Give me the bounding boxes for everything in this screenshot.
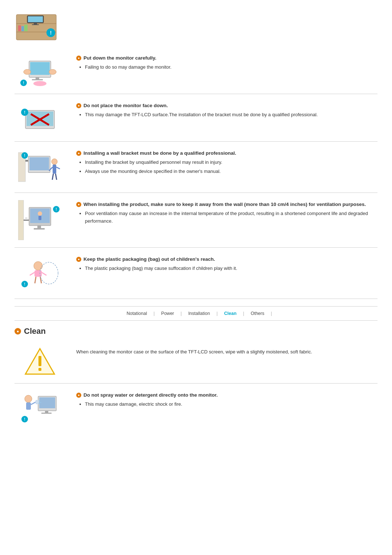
svg-rect-6 — [32, 24, 39, 25]
illustration-ventilation: ! ↔ — [15, 200, 65, 240]
svg-text:!: ! — [24, 282, 25, 286]
svg-point-71 — [38, 400, 40, 402]
svg-rect-32 — [53, 165, 56, 174]
svg-line-55 — [35, 277, 36, 283]
svg-text:!: ! — [50, 30, 52, 36]
illustration-put-down: ! — [15, 54, 65, 86]
svg-point-20 — [33, 81, 46, 86]
wall-bracket-svg: ! — [18, 149, 62, 185]
bullets-no-spray: This may cause damage, electric shock or… — [76, 401, 377, 408]
illustration-clean-intro — [15, 347, 65, 376]
svg-point-67 — [25, 395, 32, 402]
warning-triangle-svg — [24, 347, 56, 376]
bullets-face-down: This may damage the TFT-LCD surface.The … — [76, 111, 377, 119]
svg-point-31 — [52, 159, 57, 165]
svg-rect-28 — [25, 160, 28, 162]
section-put-down: ! ● Put down the monitor carefully. Fail… — [15, 46, 377, 94]
svg-line-35 — [52, 174, 53, 180]
nav-clean[interactable]: Clean — [218, 311, 243, 316]
svg-line-54 — [42, 272, 46, 275]
svg-point-17 — [49, 69, 56, 74]
section-wall-bracket: ! ● Installing a wall bracket must be do… — [15, 142, 377, 193]
svg-text:↔: ↔ — [25, 216, 28, 220]
ventilation-svg: ! ↔ — [18, 200, 62, 240]
face-down-svg: ! — [18, 101, 62, 134]
svg-rect-9 — [18, 25, 21, 31]
section-face-down: ! ● Do not place the monitor face down. … — [15, 94, 377, 142]
section-clean-intro: When cleaning the monitor case or the su… — [15, 340, 377, 384]
svg-point-72 — [40, 402, 41, 403]
section-ventilation: ! ↔ ● When installing the product, make … — [15, 193, 377, 248]
svg-point-51 — [34, 262, 42, 270]
svg-rect-68 — [26, 402, 31, 410]
title-wall-bracket: ● Installing a wall bracket must be done… — [76, 150, 377, 156]
content-no-spray: ● Do not spray water or detergent direct… — [76, 391, 377, 410]
content-wall-bracket: ● Installing a wall bracket must be done… — [76, 149, 377, 177]
caution-dot-no-spray: ● — [76, 393, 81, 398]
svg-rect-66 — [41, 413, 52, 414]
svg-rect-45 — [34, 228, 45, 230]
content-packaging: ● Keep the plastic packaging (bag) out o… — [76, 255, 377, 274]
clean-section-header: ● Clean — [15, 327, 377, 336]
packaging-svg: ! — [18, 255, 62, 291]
svg-rect-30 — [29, 157, 49, 170]
title-packaging: ● Keep the plastic packaging (bag) out o… — [76, 256, 377, 262]
section-packaging: ! ● Keep the plastic packaging (bag) out… — [15, 248, 377, 299]
caution-dot-put-down: ● — [76, 56, 81, 61]
clean-intro-text: When cleaning the monitor case or the su… — [76, 348, 377, 356]
illustration-wall-bracket: ! — [15, 149, 65, 185]
nav-notational[interactable]: Notational — [120, 311, 154, 316]
nav-bar: Notational | Power | Installation | Clea… — [15, 306, 377, 321]
svg-rect-64 — [39, 397, 55, 408]
nav-others[interactable]: Others — [244, 311, 271, 316]
content-ventilation: ● When installing the product, make sure… — [76, 200, 377, 227]
bullets-packaging: The plastic packaging (bag) may cause su… — [76, 265, 377, 272]
svg-point-16 — [24, 69, 31, 74]
svg-rect-39 — [18, 200, 24, 240]
svg-rect-70 — [36, 400, 38, 404]
svg-text:!: ! — [24, 417, 25, 421]
svg-rect-11 — [24, 25, 28, 31]
nav-power[interactable]: Power — [155, 311, 180, 316]
put-down-svg: ! — [18, 54, 62, 86]
section-no-spray: ! ● Do not spray water or detergent dire… — [15, 384, 377, 431]
bullets-wall-bracket: Installing the bracket by unqualified pe… — [76, 159, 377, 175]
svg-line-69 — [31, 402, 36, 405]
svg-rect-47 — [38, 216, 41, 220]
bullets-put-down: Failing to do so may damage the monitor. — [76, 64, 377, 71]
title-put-down: ● Put down the monitor carefully. — [76, 55, 377, 61]
title-ventilation: ● When installing the product, make sure… — [76, 202, 377, 207]
caution-dot-ventilation: ● — [76, 202, 81, 207]
no-spray-svg: ! — [18, 391, 62, 424]
nav-installation[interactable]: Installation — [182, 311, 217, 316]
top-illustration-block: ! — [15, 7, 377, 46]
svg-text:!: ! — [24, 110, 25, 114]
content-put-down: ● Put down the monitor carefully. Failin… — [76, 54, 377, 73]
svg-rect-4 — [28, 16, 43, 22]
illustration-no-spray: ! — [15, 391, 65, 424]
svg-text:!: ! — [56, 207, 57, 211]
bullets-ventilation: Poor ventilation may cause an increase i… — [76, 210, 377, 225]
svg-rect-10 — [21, 26, 24, 31]
clean-dot-icon: ● — [15, 328, 21, 335]
svg-line-53 — [30, 272, 34, 275]
content-clean-intro: When cleaning the monitor case or the su… — [76, 347, 377, 356]
caution-dot-wall-bracket: ● — [76, 151, 81, 156]
svg-rect-62 — [38, 368, 41, 371]
svg-rect-15 — [32, 79, 43, 80]
content-face-down: ● Do not place the monitor face down. Th… — [76, 101, 377, 120]
svg-rect-44 — [37, 226, 41, 228]
svg-rect-52 — [34, 270, 42, 277]
title-no-spray: ● Do not spray water or detergent direct… — [76, 392, 377, 398]
svg-point-73 — [38, 402, 40, 404]
svg-rect-13 — [30, 62, 50, 75]
nav-sep-5: | — [271, 311, 272, 316]
illustration-face-down: ! — [15, 101, 65, 134]
illustration-packaging: ! — [15, 255, 65, 291]
clean-title: Clean — [24, 327, 46, 336]
caution-dot-packaging: ● — [76, 257, 81, 262]
svg-line-36 — [56, 174, 57, 180]
title-face-down: ● Do not place the monitor face down. — [76, 103, 377, 108]
desk-monitor-icon: ! — [15, 11, 58, 45]
svg-text:!: ! — [24, 154, 25, 158]
